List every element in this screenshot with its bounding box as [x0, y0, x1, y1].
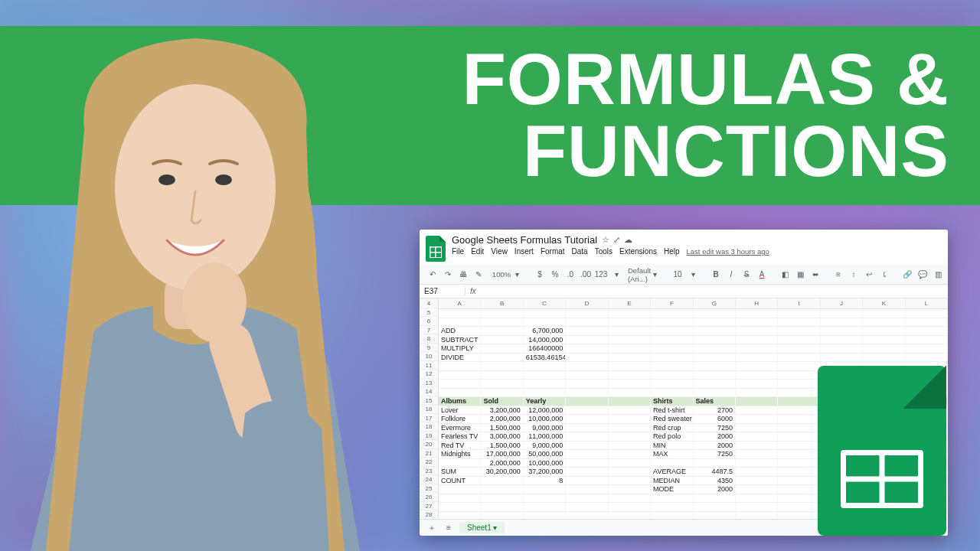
cell[interactable]	[651, 459, 693, 468]
cell[interactable]	[439, 371, 481, 380]
cloud-icon[interactable]: ☁	[624, 235, 632, 245]
redo-icon[interactable]: ↷	[443, 270, 453, 279]
cell[interactable]	[566, 327, 608, 335]
cell[interactable]	[736, 318, 778, 327]
cell[interactable]	[524, 380, 566, 388]
v-align-button[interactable]: ↕	[848, 270, 859, 279]
cell[interactable]	[906, 354, 948, 362]
column-header[interactable]: I	[778, 298, 820, 308]
move-icon[interactable]: ⤢	[613, 235, 620, 245]
menu-edit[interactable]: Edit	[471, 247, 484, 256]
cell[interactable]	[778, 354, 820, 362]
cell[interactable]	[566, 397, 608, 406]
cell[interactable]	[778, 415, 820, 423]
cell[interactable]	[524, 485, 566, 494]
cell[interactable]: Lover	[439, 406, 481, 415]
cell[interactable]	[778, 344, 820, 353]
cell[interactable]: 6,700,000	[524, 327, 566, 335]
cell[interactable]	[906, 309, 948, 318]
cell[interactable]	[566, 442, 608, 450]
cell[interactable]	[736, 389, 778, 397]
cell[interactable]: Red polo	[651, 432, 693, 441]
cell[interactable]	[609, 468, 651, 476]
cell[interactable]	[566, 494, 608, 503]
row-header[interactable]: 9	[420, 344, 438, 353]
cell[interactable]: Fearless TV	[439, 432, 481, 441]
menu-file[interactable]: File	[452, 247, 464, 256]
increase-decimal-button[interactable]: .00	[580, 270, 591, 279]
cell[interactable]	[609, 380, 651, 388]
cell[interactable]	[481, 362, 523, 370]
cell[interactable]: MODE	[651, 485, 693, 494]
menu-tools[interactable]: Tools	[595, 247, 612, 256]
cell[interactable]	[778, 327, 820, 335]
cell[interactable]	[439, 485, 481, 494]
column-header[interactable]: G	[694, 298, 736, 308]
h-align-button[interactable]: ≡	[833, 270, 844, 279]
cell[interactable]	[524, 318, 566, 327]
document-title[interactable]: Google Sheets Formulas Tutorial	[452, 234, 597, 246]
cell[interactable]	[609, 371, 651, 380]
column-header[interactable]: H	[736, 298, 778, 308]
cell[interactable]	[736, 354, 778, 362]
cell[interactable]: 3,200,000	[481, 406, 523, 415]
cell[interactable]	[439, 380, 481, 388]
row-header[interactable]: 27	[420, 502, 438, 511]
cell[interactable]	[566, 415, 608, 423]
cell[interactable]	[736, 309, 778, 318]
cell[interactable]	[609, 397, 651, 406]
cell[interactable]	[694, 318, 736, 327]
cell[interactable]	[778, 442, 820, 450]
cell[interactable]	[778, 503, 820, 511]
menu-help[interactable]: Help	[664, 247, 680, 256]
cell[interactable]	[778, 371, 820, 380]
cell[interactable]	[439, 309, 481, 318]
cell[interactable]	[778, 397, 820, 406]
cell[interactable]	[906, 327, 948, 335]
cell[interactable]	[778, 318, 820, 327]
cell[interactable]	[439, 459, 481, 468]
column-header[interactable]: B	[481, 298, 523, 308]
cell[interactable]	[609, 432, 651, 441]
cell[interactable]	[439, 503, 481, 511]
cell[interactable]	[566, 362, 608, 370]
cell[interactable]: Red crop	[651, 424, 693, 432]
cell[interactable]	[694, 354, 736, 362]
menu-data[interactable]: Data	[572, 247, 588, 256]
cell[interactable]	[694, 344, 736, 353]
cell[interactable]: 1,500,000	[481, 442, 523, 450]
cell[interactable]	[609, 503, 651, 511]
cell[interactable]	[736, 468, 778, 476]
cell[interactable]: 50,000,000	[524, 450, 566, 458]
last-edit-text[interactable]: Last edit was 3 hours ago	[687, 247, 769, 256]
menu-view[interactable]: View	[491, 247, 508, 256]
cell[interactable]: 166400000	[524, 344, 566, 353]
cell[interactable]	[778, 309, 820, 318]
cell[interactable]	[736, 477, 778, 485]
cell[interactable]: Folklore	[439, 415, 481, 423]
cell[interactable]	[481, 309, 523, 318]
cell[interactable]	[778, 336, 820, 344]
cell[interactable]	[524, 503, 566, 511]
column-header[interactable]: A	[439, 298, 481, 308]
row-header[interactable]: 20	[420, 440, 438, 449]
cell[interactable]	[566, 336, 608, 344]
cell[interactable]: 1,500,000	[481, 424, 523, 432]
cell[interactable]	[566, 468, 608, 476]
currency-button[interactable]: $	[534, 270, 545, 279]
cell[interactable]	[566, 459, 608, 468]
cell[interactable]: 14,000,000	[524, 336, 566, 344]
paint-format-icon[interactable]: ✎	[473, 270, 484, 279]
cell[interactable]	[736, 494, 778, 503]
cell[interactable]	[821, 344, 863, 353]
cell[interactable]	[778, 468, 820, 476]
cell[interactable]	[736, 344, 778, 353]
cell[interactable]	[736, 424, 778, 432]
row-header[interactable]: 23	[420, 467, 438, 476]
cell[interactable]	[736, 371, 778, 380]
cell[interactable]	[481, 354, 523, 362]
cell[interactable]	[609, 406, 651, 415]
row-header[interactable]: 16	[420, 405, 438, 414]
cell[interactable]	[736, 450, 778, 458]
cell[interactable]	[481, 336, 523, 344]
